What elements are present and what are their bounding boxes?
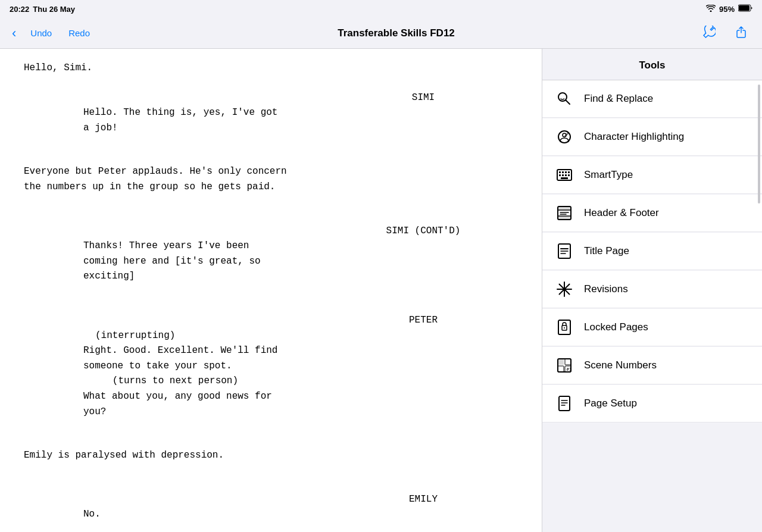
tool-find-replace-label: Find & Replace [584, 93, 653, 105]
svg-rect-11 [562, 174, 564, 176]
tool-title-page-label: Title Page [584, 245, 629, 257]
svg-rect-18 [558, 216, 571, 220]
tool-find-replace[interactable]: Find & Replace [542, 80, 762, 118]
date: Thu 26 May [33, 5, 75, 14]
header-footer-icon [554, 203, 574, 223]
title-page-icon [554, 241, 574, 261]
tools-list: Find & Replace Character Highlighting [542, 80, 762, 532]
tool-page-setup-label: Page Setup [584, 398, 637, 409]
find-replace-icon [554, 89, 574, 109]
tool-page-setup[interactable]: Page Setup [542, 385, 762, 423]
tool-scene-numbers[interactable]: #1 Scene Numbers [542, 347, 762, 384]
redo-button[interactable]: Redo [64, 26, 95, 40]
svg-rect-10 [559, 174, 561, 176]
scene-numbers-icon: #1 [554, 355, 574, 375]
revisions-icon [554, 279, 574, 299]
svg-rect-36 [558, 366, 564, 372]
svg-rect-34 [558, 359, 564, 365]
tool-scene-numbers-label: Scene Numbers [584, 359, 657, 371]
main-area: Hello, Simi. SIMI Hello. The thing is, y… [0, 49, 762, 532]
document-title: Transferable Skills FD12 [338, 27, 455, 39]
svg-rect-13 [568, 174, 570, 176]
svg-rect-9 [568, 171, 570, 173]
tool-title-page[interactable]: Title Page [542, 233, 762, 270]
wrench-button[interactable] [698, 23, 720, 43]
battery: 95% [719, 5, 735, 14]
toolbar: ‹ Undo Redo Transferable Skills FD12 [0, 18, 762, 49]
tool-revisions-label: Revisions [584, 283, 628, 295]
status-left: 20:22 Thu 26 May [10, 5, 75, 14]
toolbar-left: ‹ Undo Redo [10, 23, 95, 43]
locked-pages-icon [554, 317, 574, 337]
tool-revisions[interactable]: Revisions [542, 271, 762, 308]
character-highlight-icon [554, 127, 574, 147]
time: 20:22 [10, 5, 29, 14]
tools-header: Tools [542, 49, 762, 80]
tools-panel: Tools Find & Replace [542, 49, 762, 532]
svg-rect-35 [565, 359, 571, 365]
battery-icon [738, 4, 752, 14]
share-button[interactable] [730, 23, 752, 43]
tool-locked-pages[interactable]: Locked Pages [542, 309, 762, 346]
svg-rect-6 [559, 171, 561, 173]
svg-text:#1: #1 [567, 367, 572, 372]
smarttype-icon [554, 165, 574, 185]
status-right: 95% [706, 4, 752, 14]
undo-button[interactable]: Undo [26, 26, 57, 40]
svg-point-32 [564, 327, 565, 328]
toolbar-right [698, 23, 752, 43]
tool-header-footer[interactable]: Header & Footer [542, 195, 762, 232]
page-setup-icon [554, 393, 574, 414]
svg-rect-14 [561, 177, 568, 179]
tool-locked-pages-label: Locked Pages [584, 321, 648, 333]
tool-smarttype[interactable]: SmartType [542, 157, 762, 194]
tool-header-footer-label: Header & Footer [584, 207, 659, 219]
svg-rect-8 [565, 171, 567, 173]
tool-character-highlighting-label: Character Highlighting [584, 131, 684, 143]
tools-scrollbar [758, 85, 760, 204]
tool-smarttype-label: SmartType [584, 169, 633, 181]
back-button[interactable]: ‹ [10, 23, 18, 43]
svg-rect-16 [558, 206, 571, 210]
svg-rect-7 [562, 171, 564, 173]
svg-rect-1 [739, 5, 749, 11]
svg-rect-39 [559, 396, 570, 411]
status-bar: 20:22 Thu 26 May 95% [0, 0, 762, 18]
wifi-icon [706, 5, 716, 14]
svg-rect-12 [565, 174, 567, 176]
tool-character-highlighting[interactable]: Character Highlighting [542, 118, 762, 156]
